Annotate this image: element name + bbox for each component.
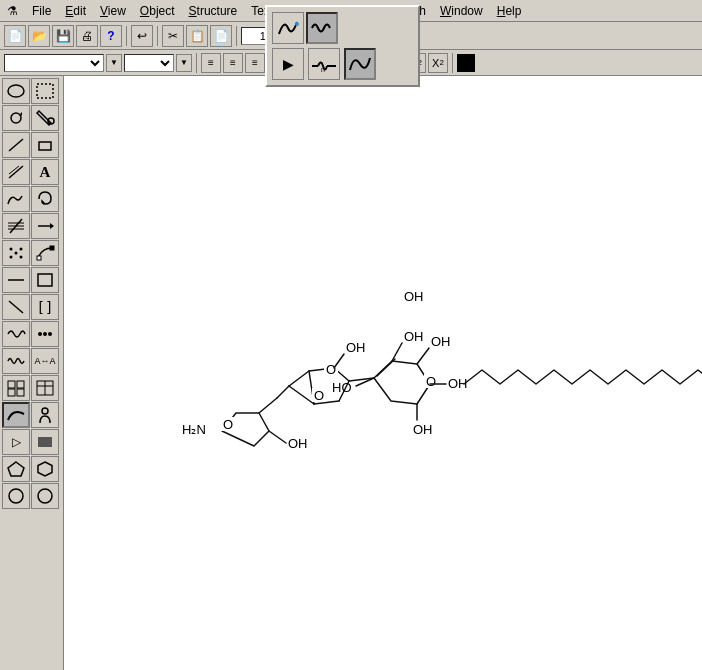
pentagon-tool[interactable]: [2, 456, 30, 482]
rect2-tool[interactable]: [31, 429, 59, 455]
menu-structure[interactable]: Structure: [183, 2, 244, 20]
circle2-tool[interactable]: [31, 483, 59, 509]
font-select[interactable]: [4, 54, 104, 72]
text-tool[interactable]: A: [31, 159, 59, 185]
lt-row-5: [2, 186, 61, 212]
svg-point-28: [43, 332, 47, 336]
lt-row-2: [2, 105, 61, 131]
floating-toolbar: ▶ n: [265, 5, 420, 87]
arrow-tool[interactable]: [31, 213, 59, 239]
open-button[interactable]: 📂: [28, 25, 50, 47]
lt-row-12: [2, 375, 61, 401]
svg-point-17: [10, 248, 13, 251]
menu-object[interactable]: Object: [134, 2, 181, 20]
svg-line-8: [9, 139, 23, 151]
svg-marker-39: [8, 462, 24, 476]
cut-button[interactable]: ✂: [162, 25, 184, 47]
svg-point-0: [295, 22, 299, 26]
copy-button[interactable]: 📋: [186, 25, 208, 47]
menu-help[interactable]: Help: [491, 2, 528, 20]
svg-rect-32: [8, 389, 15, 396]
svg-point-29: [48, 332, 52, 336]
sep7: [452, 53, 453, 73]
person-tool[interactable]: [31, 402, 59, 428]
font-dropdown[interactable]: ▼: [106, 54, 122, 72]
rotate-tool[interactable]: [2, 105, 30, 131]
lt-row-7: [2, 240, 61, 266]
new-button[interactable]: 📄: [4, 25, 26, 47]
svg-point-6: [11, 113, 21, 123]
lt-row-4: A: [2, 159, 61, 185]
lasso-tool[interactable]: [31, 186, 59, 212]
grid-tool[interactable]: [2, 375, 30, 401]
svg-text:n: n: [321, 66, 325, 73]
menu-view[interactable]: View: [94, 2, 132, 20]
node-tool[interactable]: [31, 240, 59, 266]
text-transform-tool[interactable]: A↔A: [31, 348, 59, 374]
separator1: [126, 26, 127, 46]
circle-tool[interactable]: [2, 483, 30, 509]
svg-point-37: [42, 408, 48, 414]
curve-icon[interactable]: [272, 12, 304, 44]
svg-rect-31: [17, 381, 24, 388]
lt-row-13: [2, 402, 61, 428]
svg-point-41: [9, 489, 23, 503]
help-button[interactable]: ?: [100, 25, 122, 47]
hexagon-tool[interactable]: [31, 456, 59, 482]
line-tool[interactable]: [2, 132, 30, 158]
undo-button[interactable]: ↩: [131, 25, 153, 47]
wave-icon[interactable]: [306, 12, 338, 44]
bezier-icon[interactable]: [344, 48, 376, 80]
select-rect-tool[interactable]: [31, 78, 59, 104]
align-center-button[interactable]: ≡: [223, 53, 243, 73]
lt-row-16: [2, 483, 61, 509]
svg-point-20: [10, 256, 13, 259]
svg-point-42: [38, 489, 52, 503]
freehand-tool[interactable]: [2, 186, 30, 212]
size-select[interactable]: [124, 54, 174, 72]
svg-rect-30: [8, 381, 15, 388]
menu-window[interactable]: Window: [434, 2, 489, 20]
freehand2-tool[interactable]: [2, 321, 30, 347]
print-button[interactable]: 🖨: [76, 25, 98, 47]
diagonal-line-tool[interactable]: [2, 159, 30, 185]
dots2-tool[interactable]: [31, 321, 59, 347]
svg-rect-25: [38, 274, 52, 286]
straight-line-tool[interactable]: [2, 267, 30, 293]
table-tool[interactable]: [31, 375, 59, 401]
app-window: ⚗ File Edit View Object Structure Text C…: [0, 0, 702, 670]
align-left-button[interactable]: ≡: [201, 53, 221, 73]
align-right-button[interactable]: ≡: [245, 53, 265, 73]
rect-tool[interactable]: [31, 267, 59, 293]
save-button[interactable]: 💾: [52, 25, 74, 47]
diagonal-line2-tool[interactable]: [2, 294, 30, 320]
left-toolbar: A: [0, 76, 64, 670]
play-tool[interactable]: ▷: [2, 429, 30, 455]
eraser-tool[interactable]: [31, 132, 59, 158]
ellipse-tool[interactable]: [2, 78, 30, 104]
play-button[interactable]: ▶: [272, 48, 304, 80]
superscript-button[interactable]: X2: [428, 53, 448, 73]
color-picker[interactable]: [457, 54, 475, 72]
menu-edit[interactable]: Edit: [59, 2, 92, 20]
line-wave-icon[interactable]: n: [308, 48, 340, 80]
svg-point-27: [38, 332, 42, 336]
svg-line-26: [9, 301, 23, 313]
lt-row-10: [2, 321, 61, 347]
paste-button[interactable]: 📄: [210, 25, 232, 47]
menu-file[interactable]: File: [26, 2, 57, 20]
lt-row-1: [2, 78, 61, 104]
bracket-tool[interactable]: []: [31, 294, 59, 320]
molecule-canvas: [64, 76, 702, 670]
lt-row-11: A↔A: [2, 348, 61, 374]
wavy-tool[interactable]: [2, 348, 30, 374]
svg-point-18: [15, 252, 18, 255]
main-area: A: [0, 76, 702, 670]
lt-row-14: ▷: [2, 429, 61, 455]
dotted-select-tool[interactable]: [31, 105, 59, 131]
canvas-area[interactable]: [64, 76, 702, 670]
dots-tool[interactable]: [2, 240, 30, 266]
hatch-tool[interactable]: [2, 213, 30, 239]
size-dropdown[interactable]: ▼: [176, 54, 192, 72]
curve-active-tool[interactable]: [2, 402, 30, 428]
